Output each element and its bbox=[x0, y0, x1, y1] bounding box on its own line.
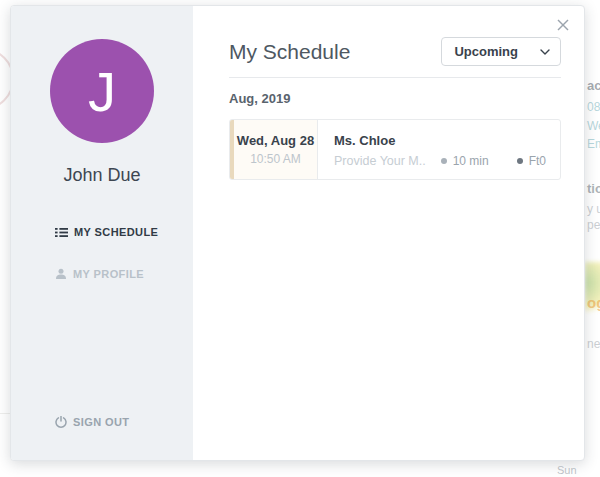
user-name: John Due bbox=[11, 165, 193, 186]
sidebar-item-label: MY PROFILE bbox=[73, 268, 144, 280]
my-schedule-modal: J John Due MY SCHEDULE bbox=[10, 5, 585, 461]
appointment-date-cell: Wed, Aug 28 10:50 AM bbox=[234, 120, 318, 179]
month-header: Aug, 2019 bbox=[229, 91, 561, 106]
background-text-fragment: og bbox=[587, 294, 600, 311]
background-text-fragment: act bbox=[587, 78, 600, 93]
power-icon bbox=[55, 416, 67, 428]
appointment-meta-row: Provide Your M.. 10 min Ft0 bbox=[334, 154, 546, 168]
close-button[interactable] bbox=[555, 17, 571, 33]
avatar: J bbox=[50, 39, 154, 143]
schedule-content: My Schedule Upcoming Aug, 2019 Wed, Aug … bbox=[193, 6, 584, 460]
appointment-price-label: Ft0 bbox=[529, 154, 546, 168]
chevron-down-icon bbox=[540, 49, 550, 55]
sidebar-item-label: MY SCHEDULE bbox=[74, 226, 158, 238]
background-text-fragment: pes bbox=[587, 218, 600, 232]
appointment-time: 10:50 AM bbox=[234, 152, 317, 166]
background-text-fragment: 082 bbox=[587, 100, 600, 114]
profile-sidebar: J John Due MY SCHEDULE bbox=[11, 6, 193, 460]
sign-out-button[interactable]: SIGN OUT bbox=[11, 416, 193, 428]
appointment-details: Ms. Chloe Provide Your M.. 10 min Ft0 bbox=[318, 120, 560, 179]
background-text-fragment: tion bbox=[587, 181, 600, 196]
appointment-price: Ft0 bbox=[517, 154, 546, 168]
filter-dropdown[interactable]: Upcoming bbox=[441, 37, 561, 66]
background-text-fragment: y ut bbox=[587, 202, 600, 216]
title-divider bbox=[229, 77, 561, 78]
price-bullet-icon bbox=[517, 158, 523, 164]
background-text-fragment: ness bbox=[587, 337, 600, 351]
filter-dropdown-value: Upcoming bbox=[454, 44, 518, 59]
appointment-card[interactable]: Wed, Aug 28 10:50 AM Ms. Chloe Provide Y… bbox=[229, 119, 561, 180]
sign-out-label: SIGN OUT bbox=[73, 416, 129, 428]
appointment-date: Wed, Aug 28 bbox=[234, 133, 317, 148]
avatar-initial: J bbox=[88, 59, 116, 124]
page-title: My Schedule bbox=[229, 40, 350, 64]
background-text-fragment: Sun bbox=[557, 464, 577, 476]
sidebar-item-my-schedule[interactable]: MY SCHEDULE bbox=[11, 222, 193, 242]
duration-bullet-icon bbox=[441, 158, 447, 164]
sidebar-nav: MY SCHEDULE MY PROFILE bbox=[11, 222, 193, 306]
content-header: My Schedule Upcoming bbox=[229, 37, 561, 66]
sidebar-item-my-profile[interactable]: MY PROFILE bbox=[11, 264, 193, 284]
appointment-duration-label: 10 min bbox=[453, 154, 489, 168]
user-icon bbox=[55, 268, 67, 280]
background-text-fragment: Em bbox=[587, 137, 600, 151]
list-icon bbox=[55, 227, 68, 238]
appointment-customer: Ms. Chloe bbox=[334, 133, 546, 148]
appointment-service: Provide Your M.. bbox=[334, 154, 426, 168]
background-divider-fragment bbox=[0, 413, 10, 414]
close-icon bbox=[557, 19, 569, 31]
background-text-fragment: We bbox=[587, 119, 600, 133]
appointment-duration: 10 min bbox=[441, 154, 489, 168]
